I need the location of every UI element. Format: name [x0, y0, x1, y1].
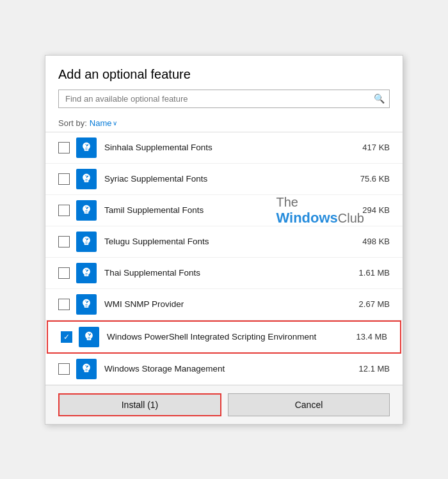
- dialog-footer: Install (1) Cancel: [45, 385, 403, 424]
- list-item[interactable]: Windows Storage Management12.1 MB: [45, 354, 403, 385]
- search-input[interactable]: [58, 90, 390, 108]
- feature-name: Thai Supplemental Fonts: [104, 268, 353, 278]
- feature-checkbox[interactable]: [58, 299, 70, 310]
- install-button[interactable]: Install (1): [58, 393, 221, 416]
- feature-size: 12.1 MB: [359, 364, 390, 373]
- feature-name: Syriac Supplemental Fonts: [104, 174, 354, 184]
- list-item[interactable]: Tamil Supplemental FontsTheWindowsClub29…: [45, 195, 403, 226]
- feature-name: WMI SNMP Provider: [104, 299, 353, 309]
- feature-name: Sinhala Supplemental Fonts: [104, 143, 356, 152]
- list-item[interactable]: Thai Supplemental Fonts1.61 MB: [45, 258, 403, 289]
- feature-name: Windows Storage Management: [104, 364, 353, 373]
- list-item[interactable]: Telugu Supplemental Fonts498 KB: [45, 226, 403, 258]
- search-wrapper: 🔍: [58, 90, 390, 108]
- feature-name: Telugu Supplemental Fonts: [104, 237, 356, 246]
- feature-icon: [76, 359, 97, 379]
- feature-name: Tamil Supplemental Fonts: [104, 205, 356, 215]
- sort-label: Sort by:: [58, 118, 87, 128]
- feature-name: Windows PowerShell Integrated Scripting …: [107, 332, 350, 342]
- feature-checkbox[interactable]: [58, 173, 70, 185]
- feature-checkbox[interactable]: [58, 205, 70, 216]
- feature-icon: [76, 232, 97, 252]
- feature-icon: [76, 137, 97, 158]
- feature-checkbox[interactable]: [58, 142, 70, 153]
- list-item[interactable]: Sinhala Supplemental Fonts417 KB: [45, 132, 403, 164]
- feature-size: 417 KB: [362, 143, 390, 152]
- dialog-title: Add an optional feature: [45, 56, 403, 90]
- feature-icon: [76, 200, 97, 221]
- feature-checkbox[interactable]: [58, 363, 70, 375]
- feature-icon: [76, 294, 97, 315]
- feature-checkbox[interactable]: ✓: [61, 331, 72, 343]
- list-item[interactable]: ✓ Windows PowerShell Integrated Scriptin…: [47, 320, 401, 354]
- feature-icon: [76, 263, 97, 283]
- add-optional-feature-dialog: Add an optional feature 🔍 Sort by: Name …: [45, 55, 403, 425]
- chevron-down-icon: ∨: [113, 120, 117, 127]
- feature-size: 2.67 MB: [359, 299, 390, 309]
- feature-size: 498 KB: [362, 237, 390, 246]
- sort-by-dropdown[interactable]: Name ∨: [90, 118, 118, 128]
- list-item[interactable]: Syriac Supplemental Fonts75.6 KB: [45, 164, 403, 195]
- feature-size: 294 KB: [362, 205, 390, 215]
- feature-icon: [79, 327, 99, 347]
- feature-size: 1.61 MB: [359, 268, 390, 278]
- feature-list: Sinhala Supplemental Fonts417 KB Syriac …: [45, 132, 403, 385]
- sort-bar: Sort by: Name ∨: [45, 114, 403, 132]
- sort-value-text: Name: [90, 118, 112, 128]
- list-item[interactable]: WMI SNMP Provider2.67 MB: [45, 289, 403, 320]
- cancel-button[interactable]: Cancel: [228, 393, 390, 416]
- feature-icon: [76, 169, 97, 189]
- checkmark-icon: ✓: [63, 333, 70, 341]
- search-container: 🔍: [45, 90, 403, 114]
- feature-checkbox[interactable]: [58, 267, 70, 279]
- feature-checkbox[interactable]: [58, 236, 70, 247]
- feature-size: 13.4 MB: [356, 332, 387, 342]
- feature-size: 75.6 KB: [360, 174, 390, 184]
